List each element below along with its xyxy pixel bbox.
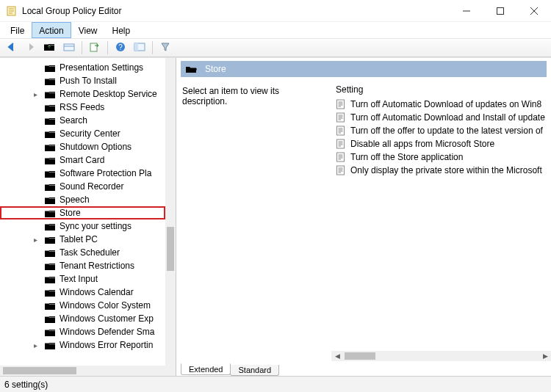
- show-hide-button[interactable]: [131, 40, 148, 56]
- svg-rect-13: [64, 44, 74, 51]
- tree-item-shutdown-options[interactable]: Shutdown Options: [0, 140, 165, 153]
- nav-back-button[interactable]: [3, 40, 21, 56]
- tab-standard[interactable]: Standard: [230, 365, 279, 376]
- folder-icon: [44, 169, 56, 178]
- tree-vertical-scrollbar[interactable]: [165, 58, 176, 366]
- scrollbar-thumb[interactable]: [3, 367, 76, 374]
- policy-icon: [336, 126, 346, 136]
- scroll-left-icon[interactable]: ◀: [331, 351, 343, 361]
- folder-icon: [44, 116, 56, 126]
- close-button[interactable]: [517, 0, 551, 22]
- tree-item-label: Remote Desktop Service: [60, 89, 157, 99]
- tree-item-tablet-pc[interactable]: Tablet PC: [0, 233, 165, 246]
- maximize-button[interactable]: [483, 0, 517, 22]
- minimize-button[interactable]: [450, 0, 483, 22]
- filter-button[interactable]: [156, 40, 174, 56]
- tree-item-speech[interactable]: Speech: [0, 193, 165, 206]
- tree-item-windows-color-system[interactable]: Windows Color System: [0, 299, 165, 312]
- menu-view[interactable]: View: [71, 22, 105, 38]
- up-folder-button[interactable]: [41, 40, 59, 56]
- nav-back-icon: [6, 42, 18, 54]
- scroll-right-icon[interactable]: ▶: [539, 351, 551, 361]
- scrollbar-thumb[interactable]: [167, 227, 174, 271]
- export-button[interactable]: [86, 40, 104, 56]
- menu-action[interactable]: Action: [32, 22, 71, 38]
- properties-button[interactable]: [60, 40, 78, 56]
- setting-label: Disable all apps from Microsoft Store: [350, 139, 494, 149]
- tree-item-label: Search: [60, 115, 87, 126]
- tree-item-sound-recorder[interactable]: Sound Recorder: [0, 180, 165, 193]
- show-hide-icon: [134, 42, 145, 54]
- tree-item-sync-your-settings[interactable]: Sync your settings: [0, 219, 165, 233]
- tree-item-label: Windows Defender Sma: [60, 327, 154, 337]
- tree-list[interactable]: Presentation SettingsPush To InstallRemo…: [0, 58, 165, 366]
- tree-item-label: Task Scheduler: [60, 247, 120, 258]
- setting-label: Turn off the offer to update to the late…: [350, 126, 543, 136]
- help-icon: ?: [115, 42, 126, 54]
- setting-item[interactable]: Turn off the Store application: [336, 150, 547, 164]
- toolbar-separator: [152, 41, 153, 54]
- tree-item-label: Speech: [60, 195, 90, 205]
- properties-icon: [63, 42, 75, 54]
- folder-icon: [44, 76, 56, 86]
- folder-icon: [44, 288, 56, 297]
- tree-item-windows-customer-exp[interactable]: Windows Customer Exp: [0, 312, 165, 325]
- tree-item-security-center[interactable]: Security Center: [0, 127, 165, 140]
- svg-rect-15: [90, 43, 97, 51]
- menu-file[interactable]: File: [3, 22, 32, 38]
- setting-item[interactable]: Turn off Automatic Download and Install …: [336, 111, 547, 124]
- tab-extended[interactable]: Extended: [181, 363, 231, 375]
- tree-item-presentation-settings[interactable]: Presentation Settings: [0, 61, 165, 74]
- scrollbar-thumb[interactable]: [345, 352, 375, 360]
- folder-icon: [44, 195, 56, 205]
- folder-icon: [44, 129, 56, 139]
- chevron-right-icon[interactable]: [31, 341, 40, 349]
- tree-item-text-input[interactable]: Text Input: [0, 272, 165, 286]
- tree-horizontal-scrollbar[interactable]: [0, 366, 165, 376]
- detail-pane: Store Select an item to view its descrip…: [176, 58, 551, 376]
- setting-item[interactable]: Turn off Automatic Download of updates o…: [336, 98, 547, 111]
- tree-item-smart-card[interactable]: Smart Card: [0, 153, 165, 167]
- main-area: Presentation SettingsPush To InstallRemo…: [0, 57, 551, 376]
- statusbar: 6 setting(s): [0, 376, 551, 392]
- nav-forward-icon: [25, 42, 37, 54]
- column-header-setting[interactable]: Setting: [331, 81, 551, 98]
- setting-item[interactable]: Turn off the offer to update to the late…: [336, 124, 547, 137]
- tree-item-label: Windows Error Reportin: [60, 340, 153, 350]
- chevron-right-icon[interactable]: [31, 90, 40, 98]
- tree-item-label: Smart Card: [60, 155, 104, 165]
- tree-item-label: Presentation Settings: [60, 62, 143, 73]
- tree-item-label: Tablet PC: [60, 234, 98, 244]
- help-button[interactable]: ?: [112, 40, 129, 56]
- settings-list[interactable]: Turn off Automatic Download of updates o…: [331, 98, 551, 177]
- policy-icon: [336, 139, 346, 149]
- folder-icon: [44, 248, 56, 258]
- menu-help[interactable]: Help: [105, 22, 138, 38]
- filter-icon: [160, 42, 170, 54]
- folder-icon: [44, 341, 56, 350]
- tree-item-remote-desktop-service[interactable]: Remote Desktop Service: [0, 87, 165, 101]
- tree-item-rss-feeds[interactable]: RSS Feeds: [0, 101, 165, 114]
- setting-item[interactable]: Disable all apps from Microsoft Store: [336, 137, 547, 150]
- tree-item-windows-calendar[interactable]: Windows Calendar: [0, 286, 165, 299]
- setting-label: Only display the private store within th…: [350, 165, 542, 175]
- tree-item-tenant-restrictions[interactable]: Tenant Restrictions: [0, 259, 165, 272]
- tree-item-label: Push To Install: [60, 76, 117, 86]
- nav-forward-button[interactable]: [22, 40, 40, 56]
- detail-horizontal-scrollbar[interactable]: ◀ ▶: [331, 351, 551, 361]
- setting-item[interactable]: Only display the private store within th…: [336, 164, 547, 177]
- folder-icon: [44, 142, 56, 152]
- tree-item-windows-defender-sma[interactable]: Windows Defender Sma: [0, 325, 165, 338]
- window-controls: [450, 0, 551, 22]
- tree-item-windows-error-reportin[interactable]: Windows Error Reportin: [0, 338, 165, 352]
- tree-item-search[interactable]: Search: [0, 114, 165, 127]
- folder-icon: [44, 261, 56, 271]
- tree-item-store[interactable]: Store: [0, 206, 165, 219]
- chevron-right-icon[interactable]: [31, 236, 40, 244]
- tree-item-label: RSS Feeds: [60, 102, 104, 112]
- status-text: 6 setting(s): [4, 380, 48, 390]
- folder-icon: [44, 235, 56, 244]
- tree-item-software-protection-pla[interactable]: Software Protection Pla: [0, 167, 165, 180]
- tree-item-push-to-install[interactable]: Push To Install: [0, 74, 165, 87]
- tree-item-task-scheduler[interactable]: Task Scheduler: [0, 246, 165, 259]
